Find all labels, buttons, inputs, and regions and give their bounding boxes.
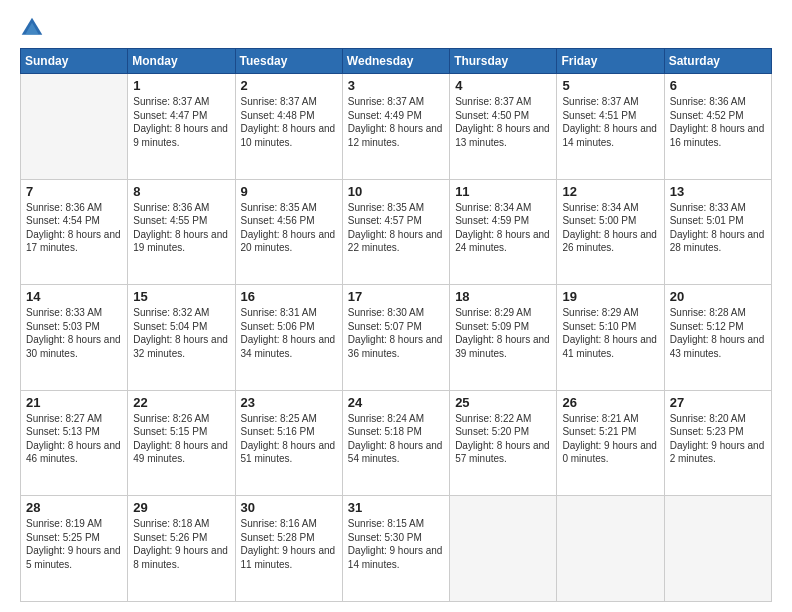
day-number: 14 bbox=[26, 289, 122, 304]
calendar-cell: 8Sunrise: 8:36 AM Sunset: 4:55 PM Daylig… bbox=[128, 179, 235, 285]
calendar-cell: 1Sunrise: 8:37 AM Sunset: 4:47 PM Daylig… bbox=[128, 74, 235, 180]
calendar-cell: 11Sunrise: 8:34 AM Sunset: 4:59 PM Dayli… bbox=[450, 179, 557, 285]
day-detail: Sunrise: 8:37 AM Sunset: 4:50 PM Dayligh… bbox=[455, 95, 551, 149]
day-number: 27 bbox=[670, 395, 766, 410]
calendar-cell: 10Sunrise: 8:35 AM Sunset: 4:57 PM Dayli… bbox=[342, 179, 449, 285]
calendar-cell: 5Sunrise: 8:37 AM Sunset: 4:51 PM Daylig… bbox=[557, 74, 664, 180]
page-header bbox=[20, 16, 772, 40]
day-number: 18 bbox=[455, 289, 551, 304]
calendar-cell: 15Sunrise: 8:32 AM Sunset: 5:04 PM Dayli… bbox=[128, 285, 235, 391]
day-detail: Sunrise: 8:36 AM Sunset: 4:52 PM Dayligh… bbox=[670, 95, 766, 149]
day-number: 22 bbox=[133, 395, 229, 410]
day-detail: Sunrise: 8:22 AM Sunset: 5:20 PM Dayligh… bbox=[455, 412, 551, 466]
day-detail: Sunrise: 8:31 AM Sunset: 5:06 PM Dayligh… bbox=[241, 306, 337, 360]
logo bbox=[20, 16, 48, 40]
day-number: 25 bbox=[455, 395, 551, 410]
day-number: 11 bbox=[455, 184, 551, 199]
calendar-cell: 31Sunrise: 8:15 AM Sunset: 5:30 PM Dayli… bbox=[342, 496, 449, 602]
calendar-cell: 13Sunrise: 8:33 AM Sunset: 5:01 PM Dayli… bbox=[664, 179, 771, 285]
day-detail: Sunrise: 8:20 AM Sunset: 5:23 PM Dayligh… bbox=[670, 412, 766, 466]
day-number: 29 bbox=[133, 500, 229, 515]
calendar-cell: 7Sunrise: 8:36 AM Sunset: 4:54 PM Daylig… bbox=[21, 179, 128, 285]
day-detail: Sunrise: 8:30 AM Sunset: 5:07 PM Dayligh… bbox=[348, 306, 444, 360]
day-detail: Sunrise: 8:35 AM Sunset: 4:56 PM Dayligh… bbox=[241, 201, 337, 255]
day-number: 17 bbox=[348, 289, 444, 304]
calendar-cell: 12Sunrise: 8:34 AM Sunset: 5:00 PM Dayli… bbox=[557, 179, 664, 285]
weekday-header: Tuesday bbox=[235, 49, 342, 74]
day-number: 30 bbox=[241, 500, 337, 515]
calendar-cell: 18Sunrise: 8:29 AM Sunset: 5:09 PM Dayli… bbox=[450, 285, 557, 391]
day-detail: Sunrise: 8:18 AM Sunset: 5:26 PM Dayligh… bbox=[133, 517, 229, 571]
day-number: 16 bbox=[241, 289, 337, 304]
calendar-cell: 25Sunrise: 8:22 AM Sunset: 5:20 PM Dayli… bbox=[450, 390, 557, 496]
day-detail: Sunrise: 8:21 AM Sunset: 5:21 PM Dayligh… bbox=[562, 412, 658, 466]
day-detail: Sunrise: 8:32 AM Sunset: 5:04 PM Dayligh… bbox=[133, 306, 229, 360]
day-number: 15 bbox=[133, 289, 229, 304]
calendar-header-row: SundayMondayTuesdayWednesdayThursdayFrid… bbox=[21, 49, 772, 74]
day-number: 9 bbox=[241, 184, 337, 199]
calendar-cell: 21Sunrise: 8:27 AM Sunset: 5:13 PM Dayli… bbox=[21, 390, 128, 496]
calendar-cell: 9Sunrise: 8:35 AM Sunset: 4:56 PM Daylig… bbox=[235, 179, 342, 285]
weekday-header: Wednesday bbox=[342, 49, 449, 74]
day-detail: Sunrise: 8:29 AM Sunset: 5:10 PM Dayligh… bbox=[562, 306, 658, 360]
day-number: 6 bbox=[670, 78, 766, 93]
day-number: 4 bbox=[455, 78, 551, 93]
weekday-header: Thursday bbox=[450, 49, 557, 74]
calendar-cell: 28Sunrise: 8:19 AM Sunset: 5:25 PM Dayli… bbox=[21, 496, 128, 602]
calendar-cell bbox=[557, 496, 664, 602]
day-detail: Sunrise: 8:24 AM Sunset: 5:18 PM Dayligh… bbox=[348, 412, 444, 466]
calendar-week-row: 14Sunrise: 8:33 AM Sunset: 5:03 PM Dayli… bbox=[21, 285, 772, 391]
day-number: 31 bbox=[348, 500, 444, 515]
calendar-cell: 16Sunrise: 8:31 AM Sunset: 5:06 PM Dayli… bbox=[235, 285, 342, 391]
day-number: 23 bbox=[241, 395, 337, 410]
calendar-week-row: 7Sunrise: 8:36 AM Sunset: 4:54 PM Daylig… bbox=[21, 179, 772, 285]
day-detail: Sunrise: 8:16 AM Sunset: 5:28 PM Dayligh… bbox=[241, 517, 337, 571]
calendar-cell: 6Sunrise: 8:36 AM Sunset: 4:52 PM Daylig… bbox=[664, 74, 771, 180]
weekday-header: Saturday bbox=[664, 49, 771, 74]
day-detail: Sunrise: 8:25 AM Sunset: 5:16 PM Dayligh… bbox=[241, 412, 337, 466]
day-number: 10 bbox=[348, 184, 444, 199]
day-number: 21 bbox=[26, 395, 122, 410]
day-detail: Sunrise: 8:37 AM Sunset: 4:51 PM Dayligh… bbox=[562, 95, 658, 149]
weekday-header: Monday bbox=[128, 49, 235, 74]
day-detail: Sunrise: 8:37 AM Sunset: 4:49 PM Dayligh… bbox=[348, 95, 444, 149]
day-number: 19 bbox=[562, 289, 658, 304]
calendar-cell: 23Sunrise: 8:25 AM Sunset: 5:16 PM Dayli… bbox=[235, 390, 342, 496]
day-detail: Sunrise: 8:27 AM Sunset: 5:13 PM Dayligh… bbox=[26, 412, 122, 466]
day-detail: Sunrise: 8:29 AM Sunset: 5:09 PM Dayligh… bbox=[455, 306, 551, 360]
weekday-header: Friday bbox=[557, 49, 664, 74]
calendar-cell: 2Sunrise: 8:37 AM Sunset: 4:48 PM Daylig… bbox=[235, 74, 342, 180]
day-detail: Sunrise: 8:34 AM Sunset: 4:59 PM Dayligh… bbox=[455, 201, 551, 255]
calendar-table: SundayMondayTuesdayWednesdayThursdayFrid… bbox=[20, 48, 772, 602]
calendar-cell: 14Sunrise: 8:33 AM Sunset: 5:03 PM Dayli… bbox=[21, 285, 128, 391]
calendar-cell: 3Sunrise: 8:37 AM Sunset: 4:49 PM Daylig… bbox=[342, 74, 449, 180]
calendar-cell bbox=[664, 496, 771, 602]
day-number: 2 bbox=[241, 78, 337, 93]
calendar-week-row: 28Sunrise: 8:19 AM Sunset: 5:25 PM Dayli… bbox=[21, 496, 772, 602]
calendar-cell: 22Sunrise: 8:26 AM Sunset: 5:15 PM Dayli… bbox=[128, 390, 235, 496]
day-number: 1 bbox=[133, 78, 229, 93]
day-number: 28 bbox=[26, 500, 122, 515]
weekday-header: Sunday bbox=[21, 49, 128, 74]
day-detail: Sunrise: 8:36 AM Sunset: 4:55 PM Dayligh… bbox=[133, 201, 229, 255]
calendar-week-row: 21Sunrise: 8:27 AM Sunset: 5:13 PM Dayli… bbox=[21, 390, 772, 496]
day-number: 3 bbox=[348, 78, 444, 93]
day-detail: Sunrise: 8:26 AM Sunset: 5:15 PM Dayligh… bbox=[133, 412, 229, 466]
day-detail: Sunrise: 8:35 AM Sunset: 4:57 PM Dayligh… bbox=[348, 201, 444, 255]
day-detail: Sunrise: 8:28 AM Sunset: 5:12 PM Dayligh… bbox=[670, 306, 766, 360]
calendar-cell: 24Sunrise: 8:24 AM Sunset: 5:18 PM Dayli… bbox=[342, 390, 449, 496]
calendar-cell: 17Sunrise: 8:30 AM Sunset: 5:07 PM Dayli… bbox=[342, 285, 449, 391]
calendar-cell: 26Sunrise: 8:21 AM Sunset: 5:21 PM Dayli… bbox=[557, 390, 664, 496]
day-detail: Sunrise: 8:33 AM Sunset: 5:03 PM Dayligh… bbox=[26, 306, 122, 360]
calendar-cell: 19Sunrise: 8:29 AM Sunset: 5:10 PM Dayli… bbox=[557, 285, 664, 391]
day-detail: Sunrise: 8:37 AM Sunset: 4:47 PM Dayligh… bbox=[133, 95, 229, 149]
calendar-week-row: 1Sunrise: 8:37 AM Sunset: 4:47 PM Daylig… bbox=[21, 74, 772, 180]
day-number: 8 bbox=[133, 184, 229, 199]
day-number: 20 bbox=[670, 289, 766, 304]
day-number: 13 bbox=[670, 184, 766, 199]
calendar-cell: 29Sunrise: 8:18 AM Sunset: 5:26 PM Dayli… bbox=[128, 496, 235, 602]
day-number: 26 bbox=[562, 395, 658, 410]
day-detail: Sunrise: 8:15 AM Sunset: 5:30 PM Dayligh… bbox=[348, 517, 444, 571]
calendar-cell: 20Sunrise: 8:28 AM Sunset: 5:12 PM Dayli… bbox=[664, 285, 771, 391]
day-detail: Sunrise: 8:37 AM Sunset: 4:48 PM Dayligh… bbox=[241, 95, 337, 149]
